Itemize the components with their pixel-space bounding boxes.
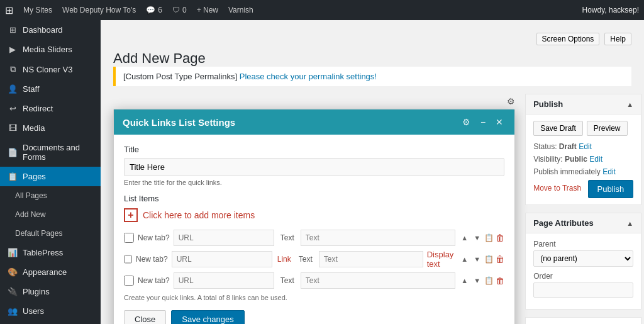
modal-title: Quick Links List Settings: [123, 117, 235, 128]
sidebar-item-tools[interactable]: 🔧 Tools: [0, 321, 101, 324]
title-input[interactable]: [124, 158, 504, 176]
sidebar-item-users[interactable]: 👥 Users: [0, 301, 101, 321]
modal-minimize-button[interactable]: −: [478, 116, 488, 128]
item1-checkbox[interactable]: [124, 233, 134, 243]
item1-copy-button[interactable]: 📋: [484, 233, 494, 242]
editor-settings-button[interactable]: ⚙: [507, 96, 515, 106]
updates-link[interactable]: 🛡 0: [172, 6, 187, 14]
screen-options-bar: Screen Options Help: [113, 33, 631, 45]
modal-settings-button[interactable]: ⚙: [460, 116, 473, 128]
item3-checkbox[interactable]: [124, 276, 134, 286]
sidebar-item-redirect[interactable]: ↩ Redirect: [0, 99, 101, 118]
my-sites-link[interactable]: My Sites: [23, 6, 52, 14]
item1-up-button[interactable]: ▲: [459, 233, 470, 242]
site-name-link[interactable]: Web Deputy How To's: [62, 6, 136, 14]
publish-toggle-button[interactable]: ▲: [626, 101, 633, 108]
item2-text-input[interactable]: [319, 251, 423, 267]
item2-up-button[interactable]: ▲: [459, 255, 470, 264]
item3-delete-button[interactable]: 🗑: [496, 276, 504, 286]
sidebar-label-appearance: Appearance: [23, 267, 67, 277]
item3-up-button[interactable]: ▲: [459, 276, 470, 285]
shield-icon: 🛡: [172, 6, 180, 14]
sidebar-item-documents[interactable]: 📄 Documents and Forms: [0, 138, 101, 167]
new-post-link[interactable]: + New: [197, 6, 218, 14]
close-button[interactable]: Close: [124, 310, 166, 324]
tablepress-icon: 📊: [8, 248, 18, 257]
publish-time: Publish immediately Edit: [533, 167, 633, 176]
sidebar-item-pages[interactable]: 📋 Pages: [0, 167, 101, 186]
modal-body: Title Enter the title for the quick link…: [114, 135, 514, 324]
sidebar-item-staff[interactable]: 👤 Staff: [0, 79, 101, 99]
screen-options-button[interactable]: Screen Options: [536, 33, 600, 45]
sidebar-item-default-pages[interactable]: Default Pages: [0, 224, 101, 243]
move-to-trash-button[interactable]: Move to Trash: [533, 184, 581, 193]
item2-copy-button[interactable]: 📋: [484, 255, 494, 264]
help-button[interactable]: Help: [604, 33, 631, 45]
howdy-text: Howdy, hacksep!: [582, 6, 640, 14]
visibility-edit-link[interactable]: Edit: [589, 155, 602, 164]
publish-status: Status: Draft Edit: [533, 142, 633, 151]
publish-time-edit-link[interactable]: Edit: [602, 167, 616, 176]
item2-url-input[interactable]: [172, 251, 272, 267]
documents-icon: 📄: [8, 148, 18, 157]
visibility-value: Public: [565, 155, 587, 164]
page-attributes-box: Page Attributes ▲ Parent (no parent) Ord…: [525, 213, 641, 310]
sidebar-item-tablepress[interactable]: 📊 TablePress: [0, 243, 101, 262]
item3-down-button[interactable]: ▼: [472, 276, 482, 285]
publish-header-label: Publish: [533, 99, 563, 109]
publish-visibility: Visibility: Public Edit: [533, 155, 633, 164]
item3-url-input[interactable]: [174, 272, 274, 289]
item2-text-label: Text: [296, 255, 315, 264]
quick-link-note: Create your quick links. A total of 8 li…: [124, 294, 504, 301]
sidebar-label-plugins: Plugins: [23, 287, 50, 296]
sidebar-item-dashboard[interactable]: ⊞ Dashboard: [0, 20, 101, 40]
item3-text-input[interactable]: [301, 272, 456, 289]
sidebar-item-all-pages[interactable]: All Pages: [0, 186, 101, 205]
publish-button[interactable]: Publish: [588, 180, 634, 198]
item2-row-controls: ▲ ▼ 📋 🗑: [459, 254, 504, 264]
item2-delete-button[interactable]: 🗑: [496, 254, 504, 264]
modal-close-button[interactable]: ✕: [493, 116, 506, 128]
page-title: Add New Page: [113, 50, 631, 67]
item1-url-input[interactable]: [174, 230, 274, 246]
page-attributes-toggle[interactable]: ▲: [626, 220, 633, 227]
varnish-link[interactable]: Varnish: [228, 6, 253, 14]
item1-down-button[interactable]: ▼: [472, 233, 482, 242]
item2-display-text: Display text: [427, 250, 456, 269]
sidebar-item-add-new[interactable]: Add New: [0, 205, 101, 224]
preview-button[interactable]: Preview: [587, 121, 628, 136]
modal-header: Quick Links List Settings ⚙ − ✕: [114, 109, 514, 135]
sidebar-label-pages: Pages: [23, 172, 46, 181]
sidebar-item-plugins[interactable]: 🔌 Plugins: [0, 282, 101, 301]
parent-select[interactable]: (no parent): [533, 250, 633, 267]
wp-admin-layout: ⊞ Dashboard ▶ Media Sliders ⧉ NS Cloner …: [0, 20, 644, 324]
permalink-link[interactable]: Please check your permalink settings!: [240, 72, 377, 81]
save-draft-button[interactable]: Save Draft: [533, 121, 583, 136]
comments-link[interactable]: 💬 6: [146, 6, 162, 14]
publish-actions: Save Draft Preview: [533, 121, 633, 136]
media-icon: 🎞: [8, 123, 18, 133]
editor-area-header: ⚙: [113, 94, 515, 109]
publish-box-header: Publish ▲: [526, 94, 641, 115]
item3-copy-button[interactable]: 📋: [484, 276, 494, 285]
title-label: Title: [124, 145, 504, 154]
right-sidebar: Publish ▲ Save Draft Preview Status: Dra…: [525, 94, 641, 324]
item1-delete-button[interactable]: 🗑: [496, 233, 504, 243]
item2-down-button[interactable]: ▼: [472, 255, 482, 264]
save-changes-button[interactable]: Save changes: [171, 310, 244, 324]
sidebar-item-media[interactable]: 🎞 Media: [0, 118, 101, 138]
plus-icon[interactable]: +: [124, 208, 138, 222]
order-input[interactable]: [533, 282, 633, 298]
add-items-button[interactable]: + Click here to add more items: [124, 208, 504, 222]
status-edit-link[interactable]: Edit: [579, 142, 592, 151]
sidebar-label-documents: Documents and Forms: [23, 143, 93, 162]
sidebar-item-media-sliders[interactable]: ▶ Media Sliders: [0, 40, 101, 59]
page-attributes-body: Parent (no parent) Order: [526, 233, 641, 309]
sidebar-item-ns-cloner[interactable]: ⧉ NS Cloner V3: [0, 59, 101, 79]
sidebar-label-all-pages: All Pages: [15, 191, 47, 200]
item1-text-input[interactable]: [301, 230, 456, 246]
sidebar-item-appearance[interactable]: 🎨 Appearance: [0, 262, 101, 282]
item2-checkbox[interactable]: [124, 254, 132, 264]
list-item-row: New tab? Text ▲ ▼ 📋 🗑: [124, 230, 504, 246]
item3-text-label: Text: [278, 276, 297, 285]
